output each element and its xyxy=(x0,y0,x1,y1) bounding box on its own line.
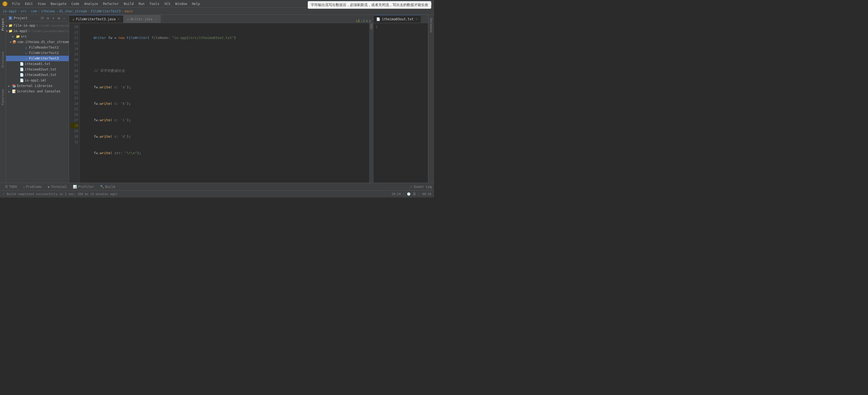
bottom-tabs: ☰ TODO ⚠ Problems ▶ Terminal 📊 Profiler … xyxy=(0,183,434,190)
txt-editor[interactable]: 1 xyxy=(373,23,428,183)
tab-itheima03out[interactable]: 📄 itheima03out.txt ✕ xyxy=(373,15,421,23)
package-icon: 📦 xyxy=(12,40,17,44)
io-app2-label: io-app2 xyxy=(13,29,27,33)
txt-icon-2: 📄 xyxy=(20,67,24,72)
collapse-icon[interactable]: ≡ xyxy=(46,16,50,20)
tree-item-filewritertest3[interactable]: ☕ FileWriterTest3 xyxy=(6,56,69,61)
todo-label: TODO xyxy=(9,185,17,189)
src-folder-icon: 📁 xyxy=(16,34,20,39)
java-icon-tab1: ☕ xyxy=(72,17,74,21)
itheima02-label: itheima02out.txt xyxy=(25,67,57,71)
breadcrumb-item-3[interactable]: com xyxy=(31,9,37,13)
expand-arrow-ext[interactable]: ▶ xyxy=(7,84,11,88)
expand-arrow-io-app2[interactable]: ▼ xyxy=(6,29,8,33)
settings-icon[interactable]: ⚙ xyxy=(57,16,61,20)
favorites-tab[interactable]: Favorites xyxy=(0,87,5,108)
ln-26: 26 xyxy=(71,112,78,117)
menu-refactor[interactable]: Refactor xyxy=(101,1,121,6)
breadcrumb-item-2[interactable]: src xyxy=(21,9,27,13)
tree-item-filereadertest1[interactable]: ☕ FileReaderTest1 xyxy=(6,45,69,50)
tab-writer[interactable]: ☕ Writer.java ✕ xyxy=(124,15,160,23)
minimize-icon[interactable]: — xyxy=(62,16,67,20)
menu-navigate[interactable]: Navigate xyxy=(49,1,69,6)
ln-15: 15 xyxy=(71,52,78,57)
menu-analyze[interactable]: Analyze xyxy=(82,1,100,6)
menu-run[interactable]: Run xyxy=(136,1,147,6)
expand-icon[interactable]: ⬆ xyxy=(51,16,56,20)
left-sidebar-tabs: Project Structure Favorites xyxy=(0,15,6,183)
tree-item-itheima02[interactable]: 📄 itheima02out.txt xyxy=(6,67,69,72)
editor-scrollbar[interactable] xyxy=(369,23,373,183)
ln-27: 27 xyxy=(71,117,78,123)
build-tab[interactable]: 🔨 Build xyxy=(97,184,118,190)
breadcrumb-item-1[interactable]: io-app2 xyxy=(3,9,17,13)
tree-item-src[interactable]: ▼ 📁 src xyxy=(6,34,69,39)
menu-window[interactable]: Window xyxy=(173,1,189,6)
sync-icon[interactable]: ⟳ xyxy=(40,16,45,20)
code-content[interactable]: Writer fw = new FileWriter( fileName: "i… xyxy=(80,23,369,183)
tree-item-ext-libs[interactable]: ▶ 📚 External Libraries xyxy=(6,83,69,89)
menu-build[interactable]: Build xyxy=(122,1,136,6)
status-bar: ✓ Build completed successfully in 1 sec,… xyxy=(0,190,434,198)
code-editor: 10 11 12 13 14 15 16 17 18 19 20 21 22 2… xyxy=(69,23,373,183)
tree-item-file-io-app[interactable]: ▶ 📁 file-io-app D:\code\javasepromax\fil… xyxy=(6,23,69,28)
menu-code[interactable]: Code xyxy=(69,1,82,6)
right-tab-bar: 📄 itheima03out.txt ✕ xyxy=(373,15,428,23)
code-line-10: Writer fw = new FileWriter( fileName: "i… xyxy=(83,35,367,40)
tab2-close[interactable]: ✕ xyxy=(154,17,157,21)
tree-item-filewritertest2[interactable]: ☕ FileWriterTest2 xyxy=(6,50,69,56)
iml-label: io-app2.iml xyxy=(25,79,46,82)
src-label: src xyxy=(21,34,27,38)
tab2-label: Writer.java xyxy=(131,17,152,21)
menu-file[interactable]: File xyxy=(10,1,22,6)
expand-arrow-scratches[interactable]: ▶ xyxy=(7,89,11,93)
breadcrumb-item-7[interactable]: main xyxy=(125,9,133,13)
event-icon: ✓ xyxy=(410,185,412,189)
nav-down-icon[interactable]: ∨ xyxy=(369,19,371,23)
tree-item-scratches[interactable]: ▶ 📝 Scratches and Consoles xyxy=(6,89,69,94)
nav-up-icon[interactable]: ∧ xyxy=(366,19,368,23)
build-icon: 🔨 xyxy=(100,185,104,189)
profiler-tab[interactable]: 📊 Profiler xyxy=(70,184,97,190)
terminal-tab[interactable]: ▶ Terminal xyxy=(45,184,70,190)
separator-2: | xyxy=(418,192,420,196)
menu-edit[interactable]: Edit xyxy=(23,1,35,6)
database-tab[interactable]: Database xyxy=(429,16,434,35)
code-line-16: fw.write( c: 'd'); xyxy=(83,134,367,139)
tree-item-iml[interactable]: 📄 io-app2.iml xyxy=(6,78,69,83)
breadcrumb-item-4[interactable]: itheima xyxy=(41,9,55,13)
txt-icon-3: 📄 xyxy=(20,73,24,77)
menu-vcs[interactable]: VCS xyxy=(162,1,173,6)
cursor-position: 28:24 xyxy=(392,192,401,196)
expand-arrow-src[interactable]: ▼ xyxy=(11,34,15,38)
itheima01-label: itheima01.txt xyxy=(25,62,51,66)
event-log-label[interactable]: ✓ Event Log xyxy=(410,185,432,189)
ln-22: 22 xyxy=(71,90,78,95)
menu-view[interactable]: View xyxy=(36,1,48,6)
structure-tab[interactable]: Structure xyxy=(0,49,5,70)
code-line-18 xyxy=(83,167,367,172)
menu-help[interactable]: Help xyxy=(190,1,202,6)
package-label: com.itheima.d1_char_stream xyxy=(17,40,69,44)
menu-tools[interactable]: Tools xyxy=(147,1,162,6)
tab-filewritertest3[interactable]: ☕ FileWriterTest3.java ✕ xyxy=(69,15,124,23)
fwt3-label: FileWriterTest3 xyxy=(29,57,59,60)
tree-item-itheima01[interactable]: 📄 itheima01.txt xyxy=(6,61,69,67)
clock-icon: 🕐 xyxy=(407,192,411,196)
tree-item-io-app2[interactable]: ▼ 📁 io-app2 D:\code\javasepromax\io-app2 xyxy=(6,28,69,34)
ln-20: 20 xyxy=(71,79,78,84)
breadcrumb-item-5[interactable]: d1_char_stream xyxy=(59,9,87,13)
problems-tab[interactable]: ⚠ Problems xyxy=(20,184,45,190)
tree-item-package[interactable]: ▼ 📦 com.itheima.d1_char_stream xyxy=(6,39,69,45)
breadcrumb-item-6[interactable]: FileWriterTest3 xyxy=(91,9,121,13)
ln-19: 19 xyxy=(71,74,78,79)
expand-arrow-package[interactable]: ▼ xyxy=(10,40,11,44)
project-tab[interactable]: Project xyxy=(0,16,5,33)
expand-arrow-file-io-app[interactable]: ▶ xyxy=(6,24,8,27)
tab1-close[interactable]: ✕ xyxy=(117,17,120,21)
txt-tab-close[interactable]: ✕ xyxy=(415,17,418,21)
code-line-12: // 写字符数据出去 xyxy=(83,68,367,74)
tree-item-itheima03[interactable]: 📄 itheima03out.txt xyxy=(6,72,69,78)
todo-tab[interactable]: ☰ TODO xyxy=(2,184,20,190)
txt-icon-1: 📄 xyxy=(20,62,24,66)
